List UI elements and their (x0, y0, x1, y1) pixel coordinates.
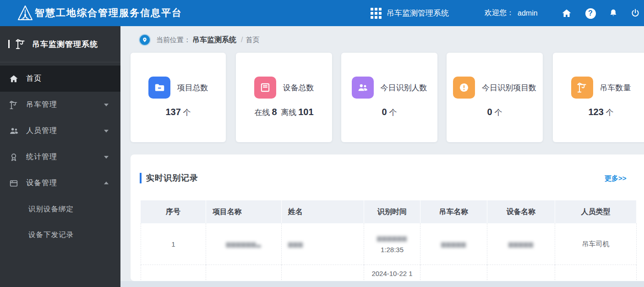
home-icon (8, 73, 19, 84)
cell-person-name (282, 265, 364, 281)
stat-card-crane-count: 吊车数量 123 个 (553, 53, 644, 142)
question-mark: ? (585, 8, 596, 19)
horizontal-scrollbar-track[interactable] (120, 281, 644, 287)
badge-icon (8, 152, 19, 163)
cell-person-type (555, 265, 637, 281)
column-header-project-name: 项目名称 (206, 200, 282, 223)
sidebar-item-crane-management[interactable]: 吊车管理 (0, 92, 120, 118)
vertical-bar-decoration (8, 40, 10, 48)
stat-card-label: 吊车数量 (600, 83, 631, 93)
records-table: 序号 项目名称 姓名 识别时间 吊车名称 设备名称 人员类型 1 ▆▆▆▆▆▆▃… (141, 200, 637, 281)
breadcrumb-current: 首页 (246, 36, 259, 44)
sidebar: 吊车监测管理系统 首页 吊车管理 (0, 26, 120, 287)
sidebar-header: 吊车监测管理系统 (0, 26, 120, 62)
table-header-row: 序号 项目名称 姓名 识别时间 吊车名称 设备名称 人员类型 (141, 200, 637, 223)
table-row: 1 ▆▆▆▆▆▆▃ ▆▆▆ ▆▆▆▆▆▆ 1:28:35 ▆▆▆▆▆ ▆▆▆▆▆… (141, 223, 637, 265)
chevron-down-icon (104, 104, 109, 106)
location-pin-icon (140, 35, 150, 45)
table-row: 2024-10-22 1 (141, 265, 637, 281)
column-header-crane-name: 吊车名称 (420, 200, 487, 223)
sidebar-item-label: 吊车管理 (26, 100, 57, 110)
cell-recognition-time: 2024-10-22 1 (364, 265, 420, 281)
power-icon[interactable] (629, 7, 641, 19)
sidebar-item-personnel-management[interactable]: 人员管理 (0, 118, 120, 144)
more-link[interactable]: 更多>> (605, 174, 627, 183)
help-icon[interactable]: ? (584, 7, 596, 19)
masked-project-name: ▆▆▆▆▆▆▃ (226, 241, 262, 248)
masked-person-name: ▆▆▆ (288, 241, 303, 248)
main-content: 当前位置： 吊车监测系统 / 首页 项目总数 137 个 设备 (120, 26, 644, 287)
sidebar-item-label: 设备管理 (26, 178, 57, 188)
stat-card-value: 在线8 离线101 (236, 107, 332, 118)
username: admin (518, 9, 538, 17)
sidebar-item-label: 人员管理 (26, 126, 57, 136)
section-accent-bar (140, 173, 142, 183)
stat-card-label: 今日识别项目数 (482, 83, 536, 93)
sidebar-subitem-label: 设备下发记录 (28, 230, 74, 240)
sidebar-item-label: 首页 (26, 74, 42, 83)
chevron-down-icon (104, 156, 109, 159)
column-header-device-name: 设备名称 (487, 200, 555, 223)
time-value: 1:28:35 (381, 244, 404, 255)
sidebar-item-home[interactable]: 首页 (0, 66, 120, 92)
section-title: 实时识别记录 (146, 172, 198, 183)
stat-card-today-recognized-people: 今日识别人数 0 个 (341, 53, 437, 142)
platform-logo-icon (17, 5, 33, 22)
cell-device-name: ▆▆▆▆▆ (487, 223, 555, 265)
stat-card-value: 137 个 (131, 107, 226, 118)
crane-icon (15, 38, 27, 50)
header-app-name: 吊车监测管理系统 (387, 8, 449, 18)
cell-index (141, 265, 206, 281)
stat-card-total-devices: 设备总数 在线8 离线101 (236, 53, 332, 142)
cell-person-name: ▆▆▆ (282, 223, 364, 265)
stat-card-label: 今日识别人数 (381, 83, 427, 93)
cell-recognition-time: ▆▆▆▆▆▆ 1:28:35 (364, 223, 420, 265)
cell-index: 1 (141, 223, 206, 265)
apps-grid-icon[interactable] (370, 7, 382, 19)
column-header-index: 序号 (141, 200, 206, 223)
breadcrumb-separator: / (241, 36, 243, 44)
home-icon[interactable] (561, 7, 573, 19)
cell-crane-name: ▆▆▆▆▆ (420, 223, 487, 265)
cell-crane-name (420, 265, 487, 281)
crane-icon (571, 77, 593, 99)
people-icon (8, 126, 19, 137)
sidebar-subitem-device-binding[interactable]: 识别设备绑定 (0, 196, 120, 222)
people-icon (352, 77, 374, 99)
bell-icon[interactable] (607, 7, 619, 19)
sidebar-subitem-label: 识别设备绑定 (28, 204, 74, 214)
welcome-text: 欢迎您： admin (485, 0, 538, 26)
sidebar-item-device-management[interactable]: 设备管理 (0, 170, 120, 196)
stat-card-value: 123 个 (553, 107, 644, 118)
device-icon (8, 178, 19, 189)
column-header-person-name: 姓名 (282, 200, 364, 223)
chevron-down-icon (104, 130, 109, 132)
folder-icon (148, 77, 170, 99)
column-header-person-type: 人员类型 (555, 200, 637, 223)
stat-card-label: 项目总数 (177, 83, 208, 93)
realtime-records-panel: 实时识别记录 更多>> 序号 项目名称 姓名 识别时间 吊车名称 设备名称 人员… (131, 155, 644, 281)
sidebar-item-statistics-management[interactable]: 统计管理 (0, 144, 120, 170)
breadcrumb-section: 吊车监测系统 (192, 35, 236, 45)
sidebar-subitem-device-dispatch-records[interactable]: 设备下发记录 (0, 222, 120, 248)
sidebar-title: 吊车监测管理系统 (32, 39, 98, 50)
sidebar-item-label: 统计管理 (26, 152, 57, 162)
app-header: 智慧工地综合管理服务信息平台 吊车监测管理系统 欢迎您： admin ? (0, 0, 644, 26)
stat-card-label: 设备总数 (283, 83, 314, 93)
welcome-label: 欢迎您： (485, 8, 514, 18)
masked-crane-name: ▆▆▆▆▆ (441, 241, 466, 248)
column-header-recognition-time: 识别时间 (364, 200, 420, 223)
device-icon (254, 77, 276, 99)
breadcrumb-prefix: 当前位置： (156, 36, 191, 44)
cell-project-name: ▆▆▆▆▆▆▃ (206, 223, 282, 265)
stat-card-today-recognized-projects: 今日识别项目数 0 个 (447, 53, 543, 142)
masked-device-name: ▆▆▆▆▆ (508, 241, 534, 248)
masked-date: ▆▆▆▆▆▆ (377, 232, 407, 244)
chevron-up-icon (104, 182, 109, 184)
cell-project-name (206, 265, 282, 281)
crane-icon (8, 99, 19, 110)
cell-person-type: 吊车司机 (555, 223, 637, 265)
stat-card-value: 0 个 (447, 107, 543, 118)
page-title: 智慧工地综合管理服务信息平台 (35, 6, 182, 19)
cell-device-name (487, 265, 555, 281)
